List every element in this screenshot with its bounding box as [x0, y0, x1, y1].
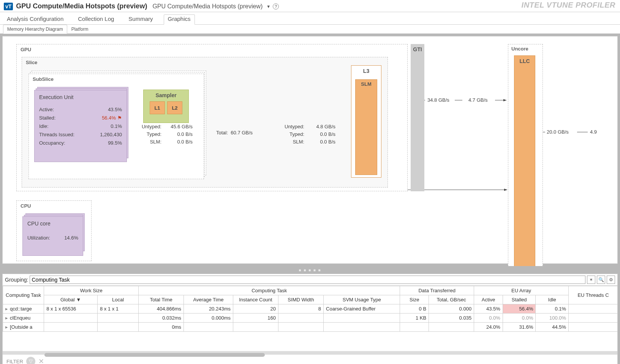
eu-threads-value: 1,260,430	[100, 131, 122, 139]
llc-read-value: 20.0 GB/s	[547, 129, 569, 135]
ur-2-v: 0.0 B/s	[309, 138, 335, 146]
table-row[interactable]: ▸qcd::targe8 x 1 x 655368 x 1 x 1404.866…	[3, 304, 618, 314]
cell	[400, 323, 429, 332]
untyped-stats-left: Untyped:45.6 GB/s Typed:0.0 B/s SLM:0.0 …	[139, 123, 193, 146]
cell: 8 x 1 x 1	[97, 304, 138, 314]
expand-icon[interactable]: ▸	[5, 306, 10, 312]
header-bar: vT GPU Compute/Media Hotspots (preview) …	[0, 0, 620, 12]
main-tabs: Analysis Configuration Collection Log Su…	[0, 12, 620, 25]
memory-hierarchy-diagram: GPU GTI Uncore LLC Slice L3 SLM SubSlice…	[2, 36, 618, 264]
colgroup-work-size[interactable]: Work Size	[44, 286, 139, 295]
cell: ▸qcd::targe	[3, 304, 44, 314]
ur-0-k: Untyped:	[282, 123, 304, 131]
filter-button[interactable]: ▽	[26, 357, 35, 364]
sub-tabs: Memory Hierarchy Diagram Platform	[0, 25, 620, 34]
cell	[569, 304, 617, 314]
filter-label: FILTER	[6, 359, 23, 364]
col-stalled[interactable]: Stalled	[503, 295, 536, 304]
cpu-util-value: 14.6%	[64, 235, 78, 241]
col-simd-width[interactable]: SIMD Width	[278, 295, 324, 304]
sampler-l2: L2	[167, 101, 182, 114]
grouping-row: Grouping: ✶ 🔍 ⚙	[3, 274, 617, 286]
eu-stalled-value: 56.4%⚑	[102, 114, 122, 122]
settings-button[interactable]: ⚙	[607, 276, 615, 284]
cell: 0 B	[400, 304, 429, 314]
ul-0-v: 45.6 GB/s	[166, 123, 193, 131]
clear-filter-icon[interactable]: ✕	[38, 357, 44, 364]
cell: 31.6%	[503, 323, 536, 332]
col-svm-usage[interactable]: SVM Usage Type	[324, 295, 400, 304]
cell	[97, 323, 138, 332]
colgroup-eu-array[interactable]: EU Array	[474, 286, 569, 295]
splitter[interactable]: ■ ■ ■ ■ ■	[0, 266, 620, 274]
colgroup-data-transferred[interactable]: Data Transferred	[400, 286, 474, 295]
cell	[569, 314, 617, 323]
cell	[569, 323, 617, 332]
cell	[324, 314, 400, 323]
col-active[interactable]: Active	[474, 295, 503, 304]
grouping-label: Grouping:	[5, 277, 28, 283]
cell: 0.0%	[474, 314, 503, 323]
col-gbsec[interactable]: Total, GB/sec	[429, 295, 474, 304]
col-local[interactable]: Local	[97, 295, 138, 304]
col-instance-count[interactable]: Instance Count	[233, 295, 278, 304]
search-button[interactable]: 🔍	[597, 276, 605, 284]
center-total: Total: 60.7 GB/s	[216, 130, 253, 136]
subtab-memory-hierarchy[interactable]: Memory Hierarchy Diagram	[3, 25, 67, 34]
col-total-time[interactable]: Total Time	[139, 295, 184, 304]
l3-box: L3 SLM	[351, 65, 382, 179]
ur-2-k: SLM:	[282, 138, 304, 146]
grouping-select[interactable]	[30, 276, 585, 284]
cell: 24.0%	[474, 323, 503, 332]
eu-idle-label: Idle:	[39, 122, 49, 131]
cell	[184, 323, 233, 332]
col-avg-time[interactable]: Average Time	[184, 295, 233, 304]
tab-collection-log[interactable]: Collection Log	[74, 15, 118, 24]
subslice-label: SubSlice	[29, 74, 204, 84]
cell: 0.0%	[503, 314, 536, 323]
col-eu-threads[interactable]: EU Threads C	[569, 286, 617, 304]
help-icon[interactable]: ?	[273, 3, 279, 9]
header-row-2: Global ▼ Local Total Time Average Time I…	[3, 295, 618, 304]
data-panel: Grouping: ✶ 🔍 ⚙ Computing Task Work Size…	[2, 274, 618, 364]
expand-icon[interactable]: ▸	[5, 315, 10, 321]
cpu-label: CPU	[17, 201, 91, 211]
horizontal-scrollbar[interactable]	[44, 353, 265, 357]
ul-0-k: Untyped:	[139, 123, 161, 131]
cell	[44, 314, 98, 323]
l3-label: L3	[354, 68, 379, 74]
cell: 0ms	[139, 323, 184, 332]
customize-grouping-button[interactable]: ✶	[587, 276, 595, 284]
col-idle[interactable]: Idle	[536, 295, 569, 304]
flag-icon: ⚑	[117, 115, 122, 121]
cell: 44.5%	[536, 323, 569, 332]
col-size[interactable]: Size	[400, 295, 429, 304]
expand-icon[interactable]: ▸	[5, 324, 10, 330]
data-grid[interactable]: Computing Task Work Size Computing Task …	[3, 286, 617, 354]
cell	[429, 323, 474, 332]
eu-idle-value: 0.1%	[111, 122, 122, 131]
eu-threads-label: Threads Issued:	[39, 131, 74, 139]
col-computing-task[interactable]: Computing Task	[3, 286, 44, 304]
ul-2-v: 0.0 B/s	[166, 138, 193, 146]
tab-analysis-configuration[interactable]: Analysis Configuration	[3, 15, 67, 24]
cell	[278, 323, 324, 332]
slice-label: Slice	[22, 57, 388, 68]
eu-occupancy-label: Occupancy:	[39, 139, 65, 147]
analysis-type-label[interactable]: GPU Compute/Media Hotspots (preview)	[152, 3, 263, 10]
subtab-platform[interactable]: Platform	[67, 25, 93, 33]
gpu-label: GPU	[17, 44, 407, 55]
ur-1-v: 0.0 B/s	[309, 131, 335, 138]
colgroup-computing-task[interactable]: Computing Task	[139, 286, 400, 295]
table-row[interactable]: ▸clEnqueu0.032ms0.000ms1601 KB0.0350.0%0…	[3, 314, 618, 323]
tab-graphics[interactable]: Graphics	[164, 14, 195, 25]
col-global[interactable]: Global ▼	[44, 295, 98, 304]
tab-summary[interactable]: Summary	[125, 15, 157, 24]
gti-write-value: 4.7 GB/s	[468, 97, 488, 103]
eu-stalled-label: Stalled:	[39, 114, 55, 122]
cpu-util-label: Utilization:	[27, 235, 50, 241]
table-row[interactable]: ▸[Outside a0ms24.0%31.6%44.5%	[3, 323, 618, 332]
cell: 43.5%	[474, 304, 503, 314]
header-row-1: Computing Task Work Size Computing Task …	[3, 286, 618, 295]
dropdown-caret-icon[interactable]: ▼	[266, 4, 270, 9]
